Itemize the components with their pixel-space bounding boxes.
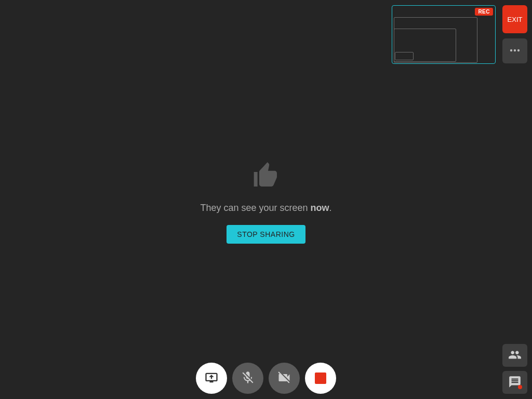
message-emphasis: now xyxy=(311,203,329,213)
sharing-status-message: They can see your screen now. xyxy=(200,203,331,214)
more-icon xyxy=(509,44,521,58)
svg-point-0 xyxy=(510,49,512,51)
svg-point-1 xyxy=(514,49,516,51)
exit-button[interactable]: EXIT xyxy=(502,5,527,33)
toggle-camera-button[interactable] xyxy=(269,363,300,394)
exit-button-label: EXIT xyxy=(508,16,523,23)
preview-window-outline-small xyxy=(395,52,414,60)
sharing-status-panel: They can see your screen now. STOP SHARI… xyxy=(0,161,532,244)
camera-off-icon xyxy=(277,370,291,387)
screen-preview-thumbnail[interactable]: REC xyxy=(392,5,496,64)
screen-share-icon xyxy=(204,370,219,387)
top-right-controls: EXIT xyxy=(502,5,527,69)
stop-sharing-label: STOP SHARING xyxy=(237,230,295,238)
stop-record-button[interactable] xyxy=(305,363,336,394)
chat-notification-dot xyxy=(518,385,522,389)
thumbs-up-icon xyxy=(250,161,282,192)
share-screen-button[interactable] xyxy=(196,363,227,394)
message-suffix: . xyxy=(329,203,332,213)
stop-record-icon xyxy=(315,373,326,384)
toggle-mic-button[interactable] xyxy=(232,363,263,394)
stop-sharing-button[interactable]: STOP SHARING xyxy=(227,225,305,244)
call-controls-bar xyxy=(196,363,336,394)
mic-off-icon xyxy=(241,370,255,387)
more-options-button[interactable] xyxy=(502,38,527,63)
chat-button[interactable] xyxy=(502,371,527,394)
recording-badge: REC xyxy=(475,8,493,16)
participants-button[interactable] xyxy=(502,344,527,367)
message-prefix: They can see your screen xyxy=(200,203,310,213)
bottom-right-controls xyxy=(502,340,527,394)
svg-point-2 xyxy=(517,49,520,51)
participants-icon xyxy=(508,348,522,363)
